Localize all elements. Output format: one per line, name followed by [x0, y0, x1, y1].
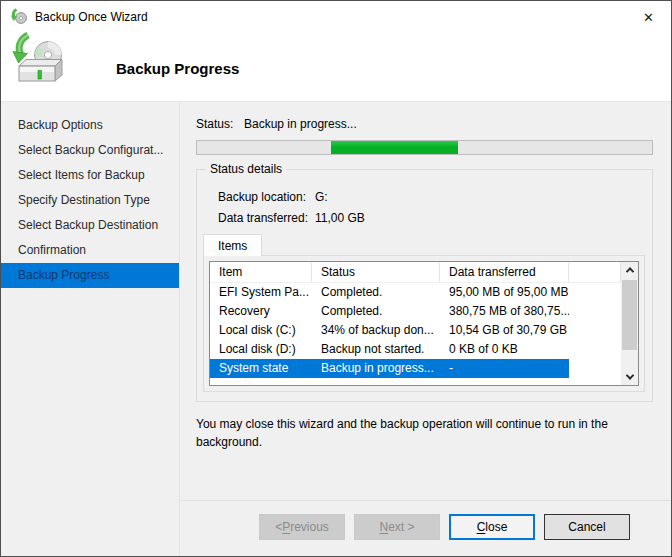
- data-transferred-label: Data transferred:: [218, 211, 315, 225]
- cell-data-transferred: 95,00 MB of 95,00 MB: [440, 283, 569, 302]
- previous-button[interactable]: < Previous: [259, 514, 345, 540]
- wizard-steps-sidebar: Backup OptionsSelect Backup Configurat..…: [1, 102, 180, 556]
- status-details-label: Status details: [206, 162, 286, 176]
- main-panel: Status: Backup in progress... Status det…: [180, 102, 671, 556]
- status-details-group: Status details Backup location: G: Data …: [196, 169, 653, 402]
- cell-status: 34% of backup don...: [312, 321, 440, 340]
- cell-data-transferred: -: [440, 359, 569, 378]
- table-row[interactable]: Local disk (D:)Backup not started.0 KB o…: [210, 340, 621, 359]
- items-table: ItemStatusData transferredEFI System Pa.…: [210, 262, 621, 385]
- cell-item: Recovery: [210, 302, 312, 321]
- table-header-row: ItemStatusData transferred: [210, 262, 621, 283]
- column-header-data-transferred[interactable]: Data transferred: [440, 262, 569, 283]
- sidebar-item-confirmation[interactable]: Confirmation: [1, 238, 179, 263]
- cell-status: Backup not started.: [312, 340, 440, 359]
- cell-filler: [569, 283, 621, 302]
- cell-item: Local disk (C:): [210, 321, 312, 340]
- backup-drive-icon: [11, 32, 69, 94]
- tab-strip: Items: [197, 233, 652, 255]
- cell-item: System state: [210, 359, 312, 378]
- chevron-down-icon: [625, 371, 633, 379]
- backup-once-wizard-window: Backup Once Wizard ✕ Backup Progress: [0, 0, 672, 557]
- scroll-up-button[interactable]: [621, 262, 638, 278]
- window-title: Backup Once Wizard: [35, 10, 626, 24]
- cell-item: Local disk (D:): [210, 340, 312, 359]
- cell-status: Completed.: [312, 283, 440, 302]
- next-button[interactable]: Next >: [354, 514, 440, 540]
- cell-item: EFI System Pa...: [210, 283, 312, 302]
- wizard-header: Backup Progress: [1, 33, 671, 101]
- table-row[interactable]: Local disk (C:)34% of backup don...10,54…: [210, 321, 621, 340]
- close-icon: ✕: [643, 10, 654, 25]
- sidebar-item-select-backup-configurat[interactable]: Select Backup Configurat...: [1, 138, 179, 163]
- items-tab-page: ItemStatusData transferredEFI System Pa.…: [203, 255, 645, 392]
- sidebar-item-backup-options[interactable]: Backup Options: [1, 113, 179, 138]
- table-row[interactable]: System stateBackup in progress...-: [210, 359, 621, 378]
- backup-location-value: G:: [315, 190, 328, 204]
- cell-filler: [569, 340, 621, 359]
- close-button[interactable]: Close: [449, 514, 535, 540]
- cell-data-transferred: 10,54 GB of 30,79 GB: [440, 321, 569, 340]
- cancel-button[interactable]: Cancel: [544, 514, 630, 540]
- column-header-item[interactable]: Item: [210, 262, 312, 283]
- column-header-status[interactable]: Status: [312, 262, 440, 283]
- status-label: Status:: [196, 117, 244, 131]
- cell-data-transferred: 380,75 MB of 380,75...: [440, 302, 569, 321]
- backup-location-label: Backup location:: [218, 190, 315, 204]
- backup-location-row: Backup location: G:: [197, 190, 652, 204]
- scroll-thumb[interactable]: [622, 280, 637, 350]
- cell-filler: [569, 302, 621, 321]
- cell-status: Backup in progress...: [312, 359, 440, 378]
- table-row[interactable]: RecoveryCompleted.380,75 MB of 380,75...: [210, 302, 621, 321]
- cell-filler: [569, 359, 621, 378]
- content-area: Status: Backup in progress... Status det…: [180, 102, 671, 500]
- column-header-filler: [569, 262, 621, 283]
- sidebar-item-backup-progress[interactable]: Backup Progress: [1, 263, 179, 288]
- vertical-scrollbar[interactable]: [621, 262, 638, 385]
- sidebar-item-select-items-for-backup[interactable]: Select Items for Backup: [1, 163, 179, 188]
- table-row[interactable]: EFI System Pa...Completed.95,00 MB of 95…: [210, 283, 621, 302]
- cell-status: Completed.: [312, 302, 440, 321]
- footer-note: You may close this wizard and the backup…: [196, 415, 653, 451]
- cell-filler: [569, 321, 621, 340]
- status-row: Status: Backup in progress...: [196, 117, 653, 131]
- progress-bar: [196, 140, 653, 155]
- wizard-body: Backup OptionsSelect Backup Configurat..…: [1, 101, 671, 556]
- items-list: ItemStatusData transferredEFI System Pa.…: [209, 261, 639, 386]
- button-bar: < Previous Next > Close Cancel: [180, 500, 671, 556]
- backup-app-icon: [10, 8, 28, 26]
- titlebar: Backup Once Wizard ✕: [1, 1, 671, 33]
- progress-chunk: [331, 141, 458, 154]
- sidebar-item-select-backup-destination[interactable]: Select Backup Destination: [1, 213, 179, 238]
- status-value: Backup in progress...: [244, 117, 357, 131]
- page-title: Backup Progress: [116, 60, 239, 77]
- data-transferred-value: 11,00 GB: [315, 211, 365, 225]
- tab-items[interactable]: Items: [203, 234, 262, 256]
- chevron-up-icon: [625, 267, 633, 275]
- scroll-down-button[interactable]: [621, 369, 638, 385]
- cell-data-transferred: 0 KB of 0 KB: [440, 340, 569, 359]
- data-transferred-row: Data transferred: 11,00 GB: [197, 211, 652, 225]
- sidebar-item-specify-destination-type[interactable]: Specify Destination Type: [1, 188, 179, 213]
- window-close-button[interactable]: ✕: [626, 2, 671, 33]
